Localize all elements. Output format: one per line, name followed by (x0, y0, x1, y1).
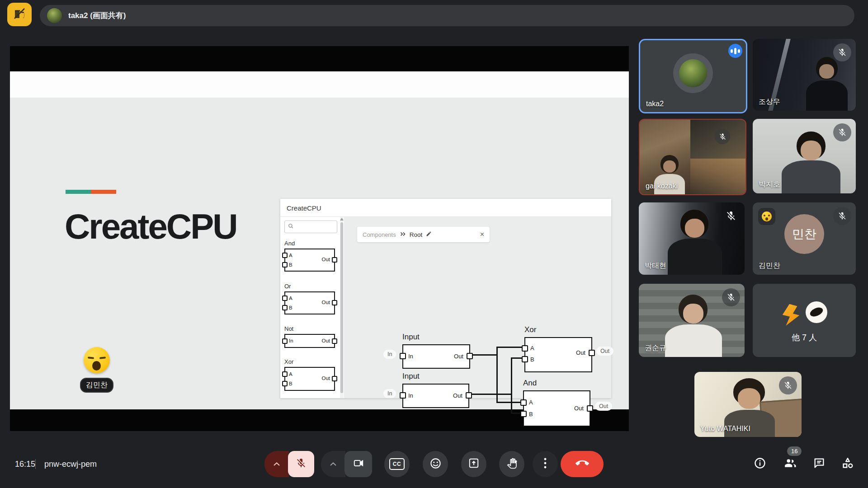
node-xor[interactable]: A B Out (524, 337, 592, 372)
node-label: And (523, 379, 537, 388)
present-screen-button[interactable] (461, 451, 486, 477)
camera-options-chevron[interactable] (321, 451, 345, 477)
info-icon (754, 457, 766, 471)
reaction-emoji-badge (758, 208, 775, 225)
pin-label: In (408, 392, 413, 399)
pin-label: Out (454, 353, 463, 360)
mic-control-group (264, 451, 314, 477)
edit-pencil-icon[interactable] (426, 230, 432, 239)
participant-name: 조상우 (759, 97, 780, 107)
cc-icon: CC (389, 458, 405, 470)
external-input-pill[interactable]: In (383, 389, 396, 398)
mic-mute-button[interactable] (288, 451, 314, 477)
activities-button[interactable] (839, 455, 856, 473)
participant-video (690, 159, 745, 194)
component-search-input[interactable] (284, 221, 337, 233)
reactions-button[interactable] (423, 451, 448, 477)
avatar-initials: 민찬 (792, 226, 816, 242)
mic-off-icon (833, 207, 851, 225)
wire (496, 402, 522, 403)
wire (470, 394, 512, 395)
pin-label: A (289, 371, 292, 377)
external-input-pill[interactable]: In (383, 350, 396, 359)
yawning-face-emoji (84, 347, 110, 373)
participant-name: 박태현 (645, 261, 666, 271)
tile-gai-kozaki[interactable]: gai kozaki (639, 119, 746, 195)
avatar: 민찬 (784, 214, 824, 254)
presenter-avatar (47, 8, 62, 23)
captions-button[interactable]: CC (384, 451, 410, 477)
tile-parkjiho[interactable]: 박지호 (753, 119, 856, 193)
palette-scrollbar[interactable] (340, 217, 344, 398)
participant-name: 박지호 (759, 180, 780, 189)
mic-off-icon (779, 376, 797, 394)
pin-label: Out (321, 300, 330, 305)
breadcrumb[interactable]: Components Root × (357, 227, 490, 242)
meeting-details-button[interactable] (751, 455, 769, 473)
close-icon[interactable]: × (480, 230, 484, 239)
pin-label: B (289, 381, 292, 386)
palette-gate-label: Or (284, 283, 291, 290)
google-meet-window: taka2 (画面共有) CreateCPU 김민찬 CreateCPU (0, 0, 868, 488)
wire (496, 347, 523, 348)
double-chevron-icon (400, 230, 406, 239)
node-input-2[interactable]: In Out (402, 384, 469, 408)
end-call-button[interactable] (561, 451, 604, 477)
pin-label: B (529, 411, 533, 418)
participant-name: gai kozaki (646, 182, 678, 190)
pin-label: Out (574, 405, 584, 412)
tile-others-overflow[interactable]: 他 7 人 (753, 284, 856, 357)
tile-josangwoo[interactable]: 조상우 (753, 39, 856, 111)
app-title: CreateCPU (287, 204, 321, 212)
camera-button[interactable] (344, 451, 372, 477)
tile-kwonsungyu[interactable]: 권순규 (639, 284, 745, 357)
breadcrumb-root[interactable]: Root (410, 231, 423, 238)
show-participants-button[interactable] (782, 455, 799, 473)
slide-title: CreateCPU (65, 206, 236, 247)
presentation-off-badge[interactable] (7, 3, 32, 26)
more-options-button[interactable] (533, 451, 558, 477)
pin-label: A (530, 345, 534, 352)
three-dots-icon (544, 458, 547, 470)
participant-name: 권순규 (645, 343, 666, 353)
pin-label: B (530, 356, 534, 363)
call-end-icon (576, 456, 589, 472)
participant-name: taka2 (646, 100, 664, 108)
node-label: Input (402, 333, 420, 342)
palette-gate-or[interactable]: A B Out (284, 291, 335, 314)
mic-off-icon (715, 129, 730, 144)
participant-name: Yuto WATAHIKI (700, 425, 750, 433)
wire (511, 357, 523, 359)
hand-icon (506, 458, 518, 471)
pin-label: A (289, 253, 292, 258)
smiley-icon (429, 457, 442, 471)
tile-parktaehyun[interactable]: 박태현 (639, 202, 745, 275)
pin-label: B (289, 305, 292, 310)
people-icon (783, 456, 797, 472)
tile-yuto-watahiki[interactable]: Yuto WATAHIKI (694, 372, 802, 437)
palette-gate-xor[interactable]: A B Out (284, 367, 335, 391)
tile-taka2[interactable]: taka2 (639, 39, 747, 113)
palette-gate-label: Not (284, 325, 293, 332)
mic-off-icon (833, 43, 851, 61)
chat-button[interactable] (811, 455, 828, 473)
participant-video (805, 57, 850, 111)
mic-off-icon (296, 458, 307, 470)
raise-hand-button[interactable] (499, 451, 524, 477)
meeting-code: pnw-ecwj-pem (44, 460, 97, 469)
divider (35, 459, 36, 469)
stacked-avatars (779, 301, 829, 325)
audio-level-icon (728, 44, 742, 58)
wire (511, 357, 512, 414)
presenter-banner[interactable]: taka2 (画面共有) (40, 5, 854, 26)
external-output-pill[interactable]: Out (596, 347, 613, 356)
palette-gate-and[interactable]: A B Out (284, 249, 335, 272)
breadcrumb-components[interactable]: Components (363, 231, 396, 238)
node-and[interactable]: A B Out (523, 390, 590, 427)
node-input-1[interactable]: In Out (402, 344, 470, 369)
external-output-pill[interactable]: Out (595, 402, 612, 411)
mic-options-chevron[interactable] (264, 451, 289, 477)
tile-kimminchan[interactable]: 민찬 김민찬 (753, 202, 856, 275)
palette-gate-not[interactable]: In Out (284, 334, 335, 348)
palette-gate-label: Xor (284, 358, 293, 365)
